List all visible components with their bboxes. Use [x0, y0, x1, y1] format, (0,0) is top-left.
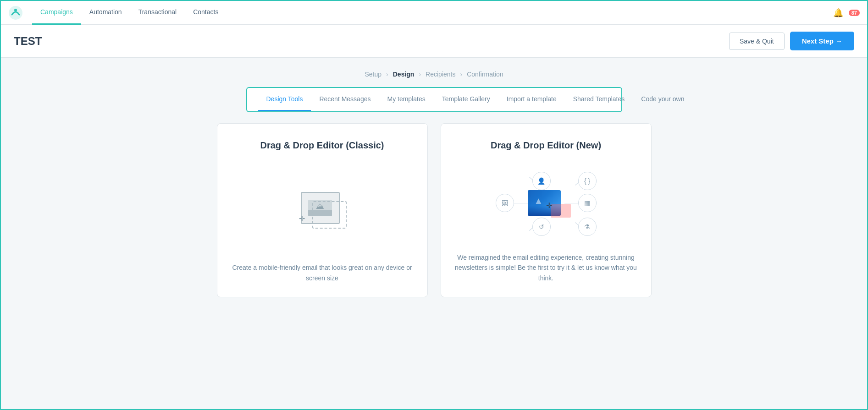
breadcrumb-confirmation[interactable]: Confirmation — [467, 71, 503, 78]
new-editor-icon: 👤 { } 🖼 ▦ ↺ ⚗ — [482, 167, 610, 241]
tab-my-templates[interactable]: My templates — [379, 88, 433, 111]
breadcrumb-sep-3: › — [460, 71, 462, 78]
tabs-box: Design Tools Recent Messages My template… — [246, 87, 622, 112]
notification-badge: 87 — [849, 10, 860, 16]
breadcrumb-setup[interactable]: Setup — [365, 71, 381, 78]
nav-campaigns[interactable]: Campaigns — [32, 1, 81, 25]
classic-editor-title: Drag & Drop Editor (Classic) — [260, 140, 384, 151]
cards-area: Drag & Drop Editor (Classic) ✛ Create a … — [136, 123, 732, 297]
header-bar: TEST Save & Quit Next Step → — [1, 25, 867, 58]
next-step-button[interactable]: Next Step → — [790, 32, 854, 50]
new-editor-center-image: ✛ — [528, 190, 564, 218]
orbit-circle-bottom: ↺ — [532, 218, 551, 236]
orbit-line-right — [564, 203, 578, 203]
tab-import-template[interactable]: Import a template — [498, 88, 565, 111]
breadcrumb-sep-1: › — [386, 71, 388, 78]
orbit-line-left — [514, 203, 528, 203]
nav-transactional[interactable]: Transactional — [130, 1, 185, 25]
navigation: Campaigns Automation Transactional Conta… — [1, 1, 867, 25]
classic-dashed-border — [312, 201, 347, 229]
nav-links: Campaigns Automation Transactional Conta… — [32, 1, 227, 25]
tab-design-tools[interactable]: Design Tools — [258, 88, 311, 111]
svg-point-1 — [14, 9, 17, 11]
svg-point-0 — [9, 6, 22, 20]
history-icon: ↺ — [539, 223, 544, 230]
layout-icon: ▦ — [584, 199, 590, 207]
orbit-circle-top: 👤 — [532, 172, 551, 190]
new-editor-icon-area: 👤 { } 🖼 ▦ ↺ ⚗ — [482, 164, 610, 243]
tab-template-gallery[interactable]: Template Gallery — [434, 88, 498, 111]
breadcrumb: Setup › Design › Recipients › Confirmati… — [1, 58, 867, 87]
nav-right: 🔔 87 — [833, 8, 860, 18]
new-editor-title: Drag & Drop Editor (New) — [491, 140, 601, 151]
flask-icon: ⚗ — [584, 223, 590, 230]
tab-code-your-own[interactable]: Code your own — [633, 88, 692, 111]
classic-editor-icon-area: ✛ — [297, 164, 348, 253]
breadcrumb-sep-2: › — [419, 71, 421, 78]
cursor-icon: ✛ — [546, 201, 552, 210]
logo[interactable] — [8, 5, 23, 20]
new-editor-card[interactable]: Drag & Drop Editor (New) 👤 { } — [441, 123, 652, 297]
new-editor-description: We reimagined the email editing experien… — [455, 252, 637, 283]
bell-icon[interactable]: 🔔 — [833, 8, 843, 18]
main-content: Setup › Design › Recipients › Confirmati… — [1, 58, 867, 316]
image-icon: 🖼 — [502, 199, 508, 207]
orbit-circle-bottom-right: ⚗ — [578, 218, 597, 236]
nav-automation[interactable]: Automation — [81, 1, 130, 25]
save-quit-button[interactable]: Save & Quit — [729, 33, 785, 50]
next-step-label: Next Step → — [802, 37, 842, 45]
person-icon: 👤 — [537, 177, 545, 185]
move-icon: ✛ — [299, 214, 305, 223]
new-overlay — [551, 204, 571, 218]
nav-contacts[interactable]: Contacts — [185, 1, 227, 25]
orbit-circle-right: ▦ — [578, 194, 597, 212]
classic-editor-card[interactable]: Drag & Drop Editor (Classic) ✛ Create a … — [217, 123, 428, 297]
classic-editor-icon: ✛ — [297, 188, 348, 230]
tab-shared-templates[interactable]: Shared Templates — [565, 88, 633, 111]
orbit-circle-left: 🖼 — [496, 194, 514, 212]
tabs-row: Design Tools Recent Messages My template… — [247, 88, 621, 111]
page-title: TEST — [14, 35, 729, 48]
tab-recent-messages[interactable]: Recent Messages — [311, 88, 379, 111]
breadcrumb-design[interactable]: Design — [393, 71, 415, 78]
orbit-circle-top-right: { } — [578, 172, 597, 190]
classic-editor-description: Create a mobile-friendly email that look… — [231, 262, 414, 283]
breadcrumb-recipients[interactable]: Recipients — [426, 71, 455, 78]
code-icon: { } — [584, 177, 590, 185]
